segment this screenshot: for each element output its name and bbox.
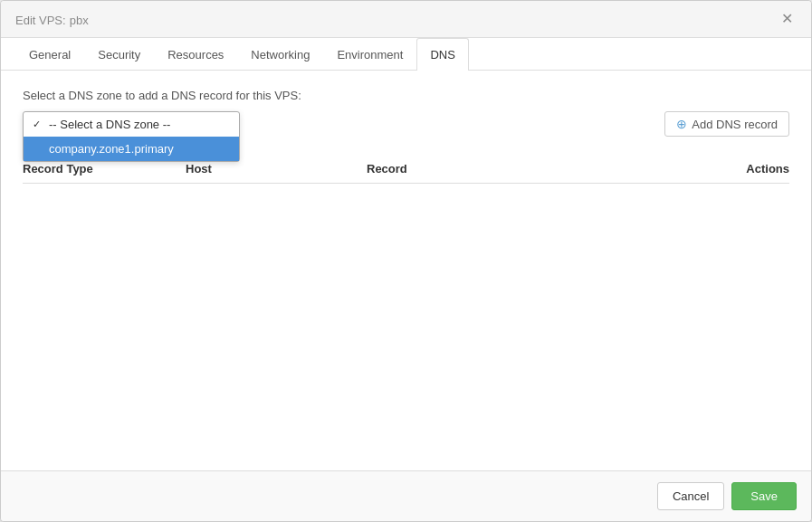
dns-zone-dropdown-open[interactable]: ✓ -- Select a DNS zone -- company.zone1.… bbox=[23, 111, 240, 162]
close-button[interactable]: ✕ bbox=[778, 10, 797, 28]
col-actions: Actions bbox=[681, 162, 789, 176]
modal-title: Edit VPS: pbx bbox=[15, 12, 89, 27]
modal-body: Select a DNS zone to add a DNS record fo… bbox=[1, 71, 811, 470]
tab-resources[interactable]: Resources bbox=[154, 38, 237, 71]
modal-title-text: Edit VPS: bbox=[15, 14, 66, 27]
tab-networking[interactable]: Networking bbox=[237, 38, 323, 71]
save-button[interactable]: Save bbox=[731, 482, 797, 510]
plus-circle-icon: ⊕ bbox=[676, 117, 687, 131]
tab-bar: General Security Resources Networking En… bbox=[1, 38, 811, 71]
dns-zone-row: ✓ -- Select a DNS zone -- company.zone1.… bbox=[23, 111, 789, 137]
dns-zone-label: Select a DNS zone to add a DNS record fo… bbox=[23, 89, 789, 102]
tab-environment[interactable]: Environment bbox=[323, 38, 416, 71]
tab-general[interactable]: General bbox=[15, 38, 84, 71]
edit-vps-modal: Edit VPS: pbx ✕ General Security Resourc… bbox=[0, 0, 812, 522]
modal-header: Edit VPS: pbx ✕ bbox=[1, 1, 811, 38]
dns-zone-option-placeholder-label: -- Select a DNS zone -- bbox=[49, 118, 170, 131]
col-host: Host bbox=[186, 162, 367, 176]
modal-footer: Cancel Save bbox=[1, 470, 811, 521]
dns-zone-option-placeholder[interactable]: ✓ -- Select a DNS zone -- bbox=[24, 112, 239, 137]
col-record: Record bbox=[367, 162, 681, 176]
cancel-button[interactable]: Cancel bbox=[657, 482, 724, 510]
check-icon: ✓ bbox=[33, 119, 43, 130]
close-icon: ✕ bbox=[781, 11, 793, 26]
add-dns-record-label: Add DNS record bbox=[692, 118, 778, 131]
dns-zone-option-company[interactable]: company.zone1.primary bbox=[24, 137, 239, 161]
tab-dns[interactable]: DNS bbox=[416, 38, 468, 71]
modal-subtitle: pbx bbox=[70, 14, 89, 27]
col-record-type: Record Type bbox=[23, 162, 186, 176]
dns-zone-option-company-label: company.zone1.primary bbox=[49, 142, 174, 156]
add-dns-record-button[interactable]: ⊕ Add DNS record bbox=[664, 111, 789, 137]
tab-security[interactable]: Security bbox=[84, 38, 154, 71]
